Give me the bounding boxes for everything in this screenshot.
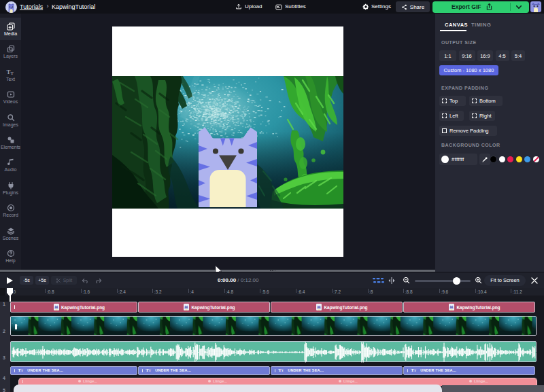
svg-text:T: T [7, 68, 11, 75]
svg-text:T: T [11, 70, 14, 75]
